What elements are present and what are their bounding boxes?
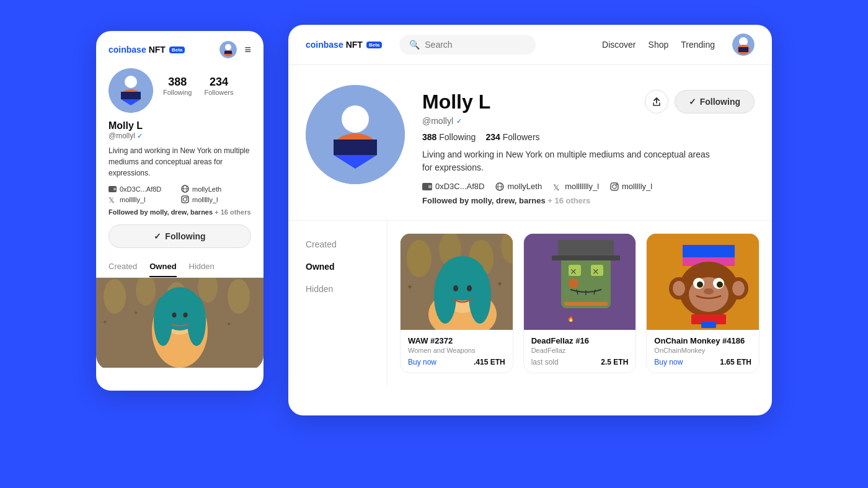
desktop-coinbase-text: coinbase [306,40,343,50]
sidebar-tab-owned[interactable]: Owned [288,255,387,278]
mobile-logo: coinbase NFT Beta [108,45,185,55]
nft-collection-waw: Women and Weapons [408,347,505,354]
desktop-profile-handle: @mollyl ✓ [422,116,755,126]
mobile-followed-by: Followed by molly, drew, barnes + 16 oth… [108,208,251,216]
mobile-links: 0xD3C...Af8D mollyLeth 𝕏 mollllly_l moll… [108,185,251,203]
svg-rect-7 [121,92,141,99]
svg-point-96 [717,282,723,288]
svg-point-35 [184,313,188,317]
desktop-user-avatar[interactable] [732,33,755,56]
profile-info: Molly L ✓ Following [422,85,755,205]
desktop-nft-grid: ✦ ✦ ✦ ✦ [388,221,772,386]
nft-price-row-waw: Buy now .415 ETH [408,358,505,366]
desktop-profile-stats: 388 Following 234 Followers [422,132,755,142]
svg-text:✕: ✕ [570,267,577,277]
mobile-twitter-link[interactable]: 𝕏 mollllly_l [108,195,179,203]
mobile-following-label: Following [163,89,192,96]
svg-text:𝕏: 𝕏 [553,183,559,191]
desktop-logo: coinbase NFT Beta [306,40,382,50]
svg-point-37 [739,37,748,46]
mobile-tab-owned[interactable]: Owned [149,257,176,277]
mobile-header-icons: ≡ [219,41,251,58]
svg-text:𝕏: 𝕏 [108,196,115,203]
desktop-instagram-link[interactable]: mollllly_l [610,182,652,191]
nav-shop[interactable]: Shop [649,40,669,50]
nft-details-monkey: OnChain Monkey #4186 OnChainMonkey Buy n… [647,330,759,373]
nft-collection-dead: DeadFellaz [531,347,629,354]
desktop-profile-bio: Living and working in New York on multip… [422,148,720,174]
nav-discover[interactable]: Discover [602,40,636,50]
svg-point-95 [697,282,703,288]
desktop-profile-name: Molly L [422,91,490,113]
desktop-profile-section: Molly L ✓ Following [288,65,772,220]
profile-name-row: Molly L ✓ Following [422,90,755,113]
nft-title-monkey: OnChain Monkey #4186 [654,336,751,345]
svg-point-98 [717,282,720,285]
mobile-coinbase-text: coinbase [108,45,146,55]
mobile-tab-created[interactable]: Created [108,257,137,277]
desktop-profile-followed: Followed by molly, drew, barnes + 16 oth… [422,196,755,205]
nav-trending[interactable]: Trending [681,40,715,50]
mobile-twitter-text: mollllly_l [120,196,146,203]
svg-rect-101 [701,322,716,328]
mobile-instagram-link[interactable]: mollllly_l [181,195,251,203]
svg-point-53 [616,184,617,185]
svg-point-1 [225,44,231,50]
mobile-website-link[interactable]: mollyLeth [181,185,251,193]
desktop-twitter-link[interactable]: 𝕏 mollllllly_l [553,182,599,191]
svg-point-69 [467,285,472,291]
desktop-wallet-text: 0xD3C...Af8D [435,182,484,191]
desktop-card: coinbase NFT Beta 🔍 Discover Shop Trendi… [288,25,772,415]
mobile-card: coinbase NFT Beta ≡ [96,31,264,391]
mobile-following-button[interactable]: ✓ Following [108,224,251,248]
nft-card-dead[interactable]: ✕ ✕ 🔥 [523,233,637,373]
share-button[interactable] [645,90,668,113]
nft-card-monkey[interactable]: OnChain Monkey #4186 OnChainMonkey Buy n… [646,233,760,373]
svg-point-16 [184,198,187,202]
nft-buy-label-monkey: Buy now [654,358,683,366]
svg-text:🔥: 🔥 [567,315,575,322]
svg-point-66 [434,268,456,324]
nft-price-monkey: 1.65 ETH [720,358,751,366]
mobile-header: coinbase NFT Beta ≡ [96,31,264,63]
desktop-website-link[interactable]: mollyLeth [495,182,542,191]
mobile-tab-hidden[interactable]: Hidden [189,257,215,277]
mobile-hamburger-icon[interactable]: ≡ [244,43,251,56]
mobile-instagram-text: mollllly_l [192,196,218,203]
profile-action-btns: ✓ Following [645,90,755,113]
svg-point-33 [187,296,206,346]
search-bar[interactable]: 🔍 [399,35,536,55]
svg-rect-82 [564,302,608,306]
mobile-username: Molly L [108,120,251,131]
nft-price-row-dead: last sold 2.5 ETH [531,358,629,366]
desktop-twitter-text: mollllllly_l [565,182,599,191]
mobile-following-checkmark: ✓ [154,231,161,241]
svg-rect-46 [428,185,432,188]
mobile-user-avatar[interactable] [219,41,237,58]
search-input[interactable] [425,40,526,50]
desktop-profile-links: 0xD3C...Af8D mollyLeth 𝕏 mollllllly_l mo… [422,182,755,191]
nft-card-waw[interactable]: ✦ ✦ ✦ ✦ [400,233,513,373]
svg-point-17 [187,197,188,198]
sidebar-tab-created[interactable]: Created [288,233,387,255]
svg-point-19 [104,279,126,314]
svg-rect-10 [113,188,116,190]
scene: coinbase NFT Beta ≡ [0,0,868,488]
mobile-bio: Living and working in New York on multip… [108,145,251,179]
desktop-sidebar: Created Owned Hidden [288,221,388,386]
svg-point-99 [704,288,714,295]
desktop-following-stat: 388 Following [422,132,476,142]
desktop-following-button[interactable]: ✓ Following [675,90,755,113]
svg-text:✦: ✦ [226,321,231,327]
mobile-beta-badge: Beta [169,47,185,53]
svg-point-41 [342,105,369,133]
sidebar-tab-hidden[interactable]: Hidden [288,278,387,300]
svg-point-81 [569,278,578,288]
mobile-wallet-link: 0xD3C...Af8D [108,185,179,193]
nft-price-row-monkey: Buy now 1.65 ETH [654,358,751,366]
svg-point-89 [673,281,685,296]
svg-point-91 [732,281,745,296]
desktop-website-text: mollyLeth [507,182,542,191]
svg-point-32 [154,296,172,346]
desktop-nft-text: NFT [346,40,363,50]
